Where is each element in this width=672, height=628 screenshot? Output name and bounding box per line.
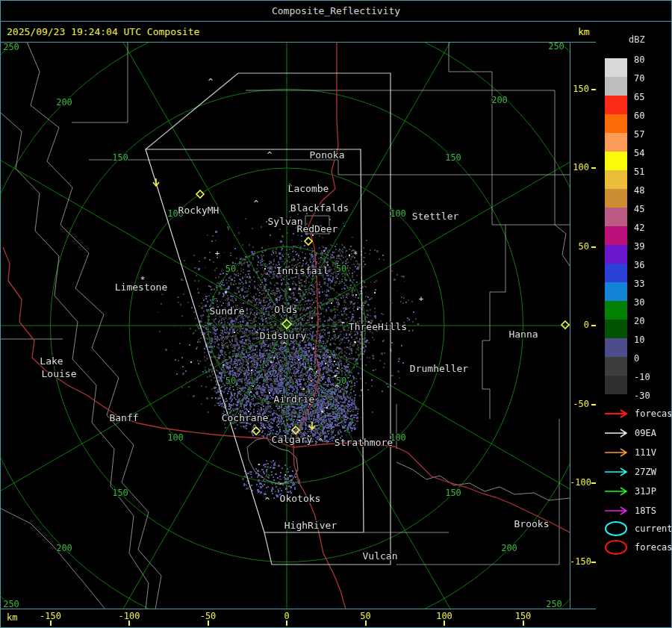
legend-label: 111V	[635, 447, 656, 458]
town-point-marker: +	[215, 249, 220, 258]
legend-row-27ZW: 27ZW	[603, 467, 656, 477]
town-point-marker: ^	[208, 77, 214, 87]
radar-app-window: Composite_Reflectivity 2025/09/23 19:24:…	[0, 0, 672, 628]
radar-map[interactable]: 5050505010010010010015015015015020020020…	[1, 42, 570, 609]
colorbar-tick-label: 20	[634, 316, 664, 326]
storm-track-arrow-icon	[603, 467, 630, 477]
colorbar-tick-label: 33	[634, 279, 664, 289]
city-label-didsbury: Didsbury	[260, 330, 307, 341]
colorbar-tick-label: -30	[634, 391, 664, 401]
municipal-boundary	[72, 42, 128, 122]
x-tick-label: -100	[113, 611, 146, 621]
colorbar-block	[605, 264, 627, 282]
colorbar-block	[605, 77, 627, 96]
header-unit-label: km	[578, 26, 590, 37]
x-tick-mark	[286, 621, 287, 626]
municipal-boundary	[492, 175, 570, 225]
storm-motion-arrow-icon	[309, 422, 315, 429]
city-label-blackfalds: Blackfalds	[290, 202, 349, 214]
ring-distance-label: 250	[3, 42, 19, 52]
ring-distance-label: 100	[167, 432, 184, 443]
city-label-strathmore: Strathmore	[335, 437, 393, 448]
city-label-olds: Olds	[274, 304, 297, 315]
radar-site-diamond-icon	[305, 237, 312, 245]
colorbar-block	[605, 245, 627, 264]
y-tick-label: -100	[570, 477, 589, 488]
city-label-stettler: Stettler	[412, 211, 459, 222]
ring-distance-label: 150	[445, 488, 461, 498]
town-point-marker: +	[419, 294, 424, 304]
legend-label: forecast	[635, 408, 672, 419]
town-point-marker: ^	[318, 437, 323, 447]
legend-row-31JP: 31JP	[603, 486, 656, 497]
colorbar-block	[605, 301, 627, 320]
city-label-okotoks: Okotoks	[280, 493, 321, 504]
range-spoke	[78, 326, 287, 609]
timestamp-label: 2025/09/23 19:24:04 UTC Composite	[7, 26, 199, 37]
colorbar-block	[605, 133, 627, 152]
ring-distance-label: 50	[225, 264, 236, 274]
city-label-calgary: Calgary	[272, 434, 313, 445]
colorbar-block	[605, 114, 627, 133]
x-tick-mark	[50, 621, 52, 626]
town-point-marker: ^	[267, 150, 273, 160]
city-label-drumheller: Drumheller	[410, 363, 468, 374]
colorbar-block	[605, 189, 627, 208]
colorbar-tick-label: 45	[634, 204, 664, 214]
x-tick-label: 50	[349, 611, 382, 621]
radar-site-diamond-icon	[561, 321, 569, 329]
colorbar-tick-label: 39	[634, 241, 664, 252]
ring-distance-label: 150	[445, 152, 461, 163]
colorbar-unit-label: dBZ	[629, 34, 645, 45]
ring-distance-label: 200	[56, 97, 72, 108]
municipal-boundary	[482, 225, 505, 419]
ring-distance-label: 200	[491, 95, 508, 105]
x-axis-unit-label: km	[7, 612, 17, 623]
scan-box-outline	[146, 73, 238, 149]
city-label-louise: Louise	[42, 368, 77, 379]
x-tick-mark	[523, 621, 524, 626]
colorbar-tick-label: 36	[634, 260, 664, 270]
colorbar-block	[605, 152, 627, 170]
y-tick-label: -150	[570, 556, 589, 567]
legend-label: 31JP	[635, 486, 656, 497]
city-label-cochrane: Cochrane	[222, 412, 269, 423]
legend-label: 27ZW	[635, 467, 656, 477]
radar-site-diamond-icon	[252, 427, 260, 435]
town-point-marker: ^	[335, 383, 340, 393]
ring-distance-label: 250	[546, 599, 562, 609]
title-bar: Composite_Reflectivity	[1, 1, 671, 21]
x-tick-mark	[365, 621, 367, 626]
colorbar-tick-label: 48	[634, 185, 664, 196]
y-tick-label: 50	[570, 241, 589, 252]
range-spoke	[1, 116, 287, 326]
city-label-banff: Banff	[109, 412, 138, 423]
legend-row-current: current	[603, 520, 672, 537]
municipal-boundary	[555, 175, 570, 266]
town-point-marker: *	[353, 249, 358, 259]
x-tick-label: -150	[34, 611, 67, 621]
colorbar-tick-label: 65	[634, 92, 664, 102]
city-label-lacombe: Lacombe	[288, 183, 329, 194]
colorbar-block	[605, 338, 627, 357]
storm-ellipse-icon	[603, 520, 630, 537]
town-point-marker: ^	[265, 496, 270, 506]
municipal-boundary	[1, 113, 149, 609]
y-tick-label: 100	[570, 162, 589, 172]
x-tick-label: 100	[428, 611, 461, 621]
city-label-ponoka: Ponoka	[310, 149, 345, 161]
storm-track-arrow-icon	[603, 408, 630, 419]
ring-distance-label: 200	[501, 543, 517, 553]
city-label-lake: Lake	[40, 355, 63, 367]
colorbar-block	[605, 58, 627, 77]
city-label-limestone: Limestone	[115, 282, 168, 293]
legend-label: current	[635, 523, 672, 534]
ring-distance-label: 200	[56, 543, 72, 553]
colorbar-tick-label: 30	[634, 297, 664, 308]
city-label-reddeer: RedDeer	[297, 223, 338, 234]
colorbar-block	[605, 170, 627, 189]
colorbar-tick-label: 80	[634, 55, 664, 65]
municipal-boundary	[89, 160, 570, 175]
ring-distance-label: 50	[336, 264, 346, 274]
y-tick-label: -50	[570, 399, 589, 409]
